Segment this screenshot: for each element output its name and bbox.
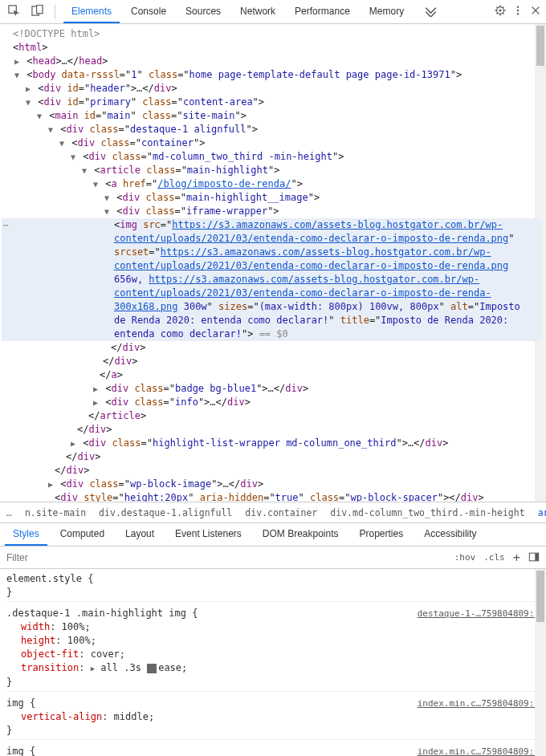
breadcrumb-item[interactable]: div.destaque-1.alignfull bbox=[99, 507, 232, 518]
tab-network[interactable]: Network bbox=[232, 1, 283, 23]
style-selector[interactable]: img { bbox=[6, 745, 35, 756]
svg-point-4 bbox=[499, 9, 501, 11]
inspect-element-icon[interactable] bbox=[5, 3, 23, 21]
expand-arrow-icon[interactable] bbox=[92, 396, 100, 409]
node-destaque[interactable]: <div class="destaque-1 alignfull"> bbox=[2, 123, 541, 136]
dom-breadcrumb[interactable]: … n.site-main div.destaque-1.alignfull d… bbox=[0, 502, 546, 522]
node-main-highlight-image[interactable]: <div class="main-highlight__image"> bbox=[2, 191, 541, 205]
settings-icon[interactable] bbox=[495, 5, 506, 18]
node-container[interactable]: <div class="container"> bbox=[2, 136, 541, 150]
styles-scrollbar-thumb[interactable] bbox=[536, 571, 544, 622]
node-body[interactable]: <body data-rsssl="1" class="home page-te… bbox=[2, 68, 541, 82]
svg-line-11 bbox=[496, 13, 497, 14]
sidebar-toggle-icon[interactable] bbox=[528, 551, 540, 564]
svg-point-15 bbox=[517, 13, 519, 14]
node-html[interactable]: <html> bbox=[2, 41, 541, 55]
toolbar-left: Elements Console Sources Network Perform… bbox=[5, 1, 440, 23]
expand-arrow-icon[interactable] bbox=[47, 123, 55, 136]
expand-arrow-icon[interactable] bbox=[103, 205, 111, 218]
node-img-selected[interactable]: ⋯ <img src="https://s3.amazonaws.com/ass… bbox=[2, 218, 541, 341]
svg-rect-2 bbox=[37, 5, 43, 13]
close-icon[interactable] bbox=[530, 5, 541, 18]
style-rule-3[interactable]: img { index.min.c…759804809:1 border: ▶ … bbox=[6, 739, 540, 756]
expand-arrow-icon[interactable] bbox=[69, 150, 77, 164]
node-close-a[interactable]: </a> bbox=[2, 368, 541, 382]
subtab-accessibility[interactable]: Accessibility bbox=[416, 523, 484, 546]
tab-console[interactable]: Console bbox=[123, 1, 174, 23]
expand-arrow-icon[interactable] bbox=[80, 164, 88, 177]
expand-arrow-icon[interactable] bbox=[69, 437, 77, 450]
node-article[interactable]: <article class="main-highlight"> bbox=[2, 164, 541, 177]
style-rule-1[interactable]: .destaque-1 .main-highlight img { destaq… bbox=[6, 601, 540, 689]
node-close-article[interactable]: </article> bbox=[2, 409, 541, 423]
style-selector[interactable]: img { bbox=[6, 697, 35, 710]
toolbar-separator bbox=[55, 5, 55, 19]
style-selector[interactable]: element.style { bbox=[6, 572, 540, 586]
node-close-div-3[interactable]: </div> bbox=[2, 423, 541, 437]
node-highlight-list[interactable]: <div class="highlight-list-wrapper md-co… bbox=[2, 437, 541, 450]
node-info[interactable]: <div class="info">…</div> bbox=[2, 396, 541, 409]
expand-arrow-icon[interactable] bbox=[58, 136, 66, 150]
node-anchor[interactable]: <a href="/blog/imposto-de-renda/"> bbox=[2, 177, 541, 191]
node-close-div-1[interactable]: </div> bbox=[2, 341, 541, 355]
subtab-event-listeners[interactable]: Event Listeners bbox=[167, 523, 250, 546]
styles-filter-input[interactable] bbox=[6, 552, 450, 563]
hov-toggle[interactable]: :hov bbox=[454, 552, 476, 563]
breadcrumb-item[interactable]: div.md-column_two_third.-min-height bbox=[330, 507, 524, 518]
svg-point-14 bbox=[517, 10, 519, 11]
node-main[interactable]: <main id="main" class="site-main"> bbox=[2, 109, 541, 123]
subtab-properties[interactable]: Properties bbox=[352, 523, 412, 546]
tab-elements[interactable]: Elements bbox=[63, 1, 120, 23]
node-close-div-2[interactable]: </div> bbox=[2, 355, 541, 368]
subtab-styles[interactable]: Styles bbox=[5, 523, 47, 546]
new-style-rule-icon[interactable]: + bbox=[513, 551, 520, 565]
tabs-overflow-icon[interactable] bbox=[422, 2, 440, 22]
node-close-div-5[interactable]: </div> bbox=[2, 464, 541, 478]
expand-arrow-icon[interactable] bbox=[13, 55, 21, 68]
subtab-dom-breakpoints[interactable]: DOM Breakpoints bbox=[255, 523, 347, 546]
node-wp-block-image[interactable]: <div class="wp-block-image">…</div> bbox=[2, 478, 541, 491]
node-close-div-4[interactable]: </div> bbox=[2, 450, 541, 464]
breadcrumb-item[interactable]: n.site-main bbox=[25, 507, 86, 518]
subtab-layout[interactable]: Layout bbox=[117, 523, 162, 546]
node-column[interactable]: <div class="md-column_two_third -min-hei… bbox=[2, 150, 541, 164]
style-source-link[interactable]: destaque-1-…759804809:1 bbox=[418, 607, 540, 620]
node-doctype[interactable]: <!DOCTYPE html> bbox=[2, 27, 541, 41]
style-source-link[interactable]: index.min.c…759804809:1 bbox=[418, 697, 540, 710]
kebab-menu-icon[interactable] bbox=[512, 5, 524, 18]
dom-tree[interactable]: <!DOCTYPE html> <html> <head>…</head> <b… bbox=[0, 24, 546, 502]
node-head[interactable]: <head>…</head> bbox=[2, 55, 541, 68]
breadcrumb-item-active[interactable]: article.main-highlight bbox=[538, 507, 546, 518]
expand-arrow-icon[interactable] bbox=[24, 82, 32, 96]
node-iframe-wrapper[interactable]: <div class="iframe-wrapper"> bbox=[2, 205, 541, 218]
node-spacer[interactable]: <div style="height:20px" aria-hidden="tr… bbox=[2, 491, 541, 502]
style-source-link[interactable]: index.min.c…759804809:1 bbox=[418, 745, 540, 756]
expand-arrow-icon[interactable] bbox=[92, 177, 100, 191]
tree-scrollbar-thumb[interactable] bbox=[536, 26, 544, 66]
expand-arrow-icon[interactable] bbox=[92, 382, 100, 396]
tab-memory[interactable]: Memory bbox=[361, 1, 412, 23]
style-rule-2[interactable]: img { index.min.c…759804809:1 vertical-a… bbox=[6, 691, 540, 738]
selected-gutter-icon: ⋯ bbox=[0, 218, 11, 232]
tab-sources[interactable]: Sources bbox=[177, 1, 229, 23]
breadcrumb-ellipsis[interactable]: … bbox=[6, 507, 12, 518]
breadcrumb-item[interactable]: div.container bbox=[245, 507, 317, 518]
device-toggle-icon[interactable] bbox=[28, 3, 47, 21]
styles-panel[interactable]: element.style { } .destaque-1 .main-high… bbox=[0, 569, 546, 756]
cls-toggle[interactable]: .cls bbox=[483, 552, 505, 563]
expand-arrow-icon[interactable] bbox=[103, 191, 111, 205]
subtab-computed[interactable]: Computed bbox=[52, 523, 112, 546]
expand-arrow-icon[interactable] bbox=[47, 478, 55, 491]
expand-arrow-icon[interactable] bbox=[13, 68, 21, 82]
expand-arrow-icon[interactable] bbox=[35, 109, 43, 123]
styles-scrollbar-track bbox=[535, 569, 546, 756]
node-badge[interactable]: <div class="badge bg-blue1">…</div> bbox=[2, 382, 541, 396]
node-header-div[interactable]: <div id="header">…</div> bbox=[2, 82, 541, 96]
expand-arrow-icon[interactable] bbox=[24, 96, 32, 109]
svg-line-9 bbox=[496, 6, 497, 7]
tab-performance[interactable]: Performance bbox=[287, 1, 358, 23]
node-primary[interactable]: <div id="primary" class="content-area"> bbox=[2, 96, 541, 109]
style-rule-element[interactable]: element.style { } bbox=[6, 572, 540, 600]
swatch-icon[interactable] bbox=[147, 664, 157, 673]
style-selector[interactable]: .destaque-1 .main-highlight img { bbox=[6, 607, 198, 620]
